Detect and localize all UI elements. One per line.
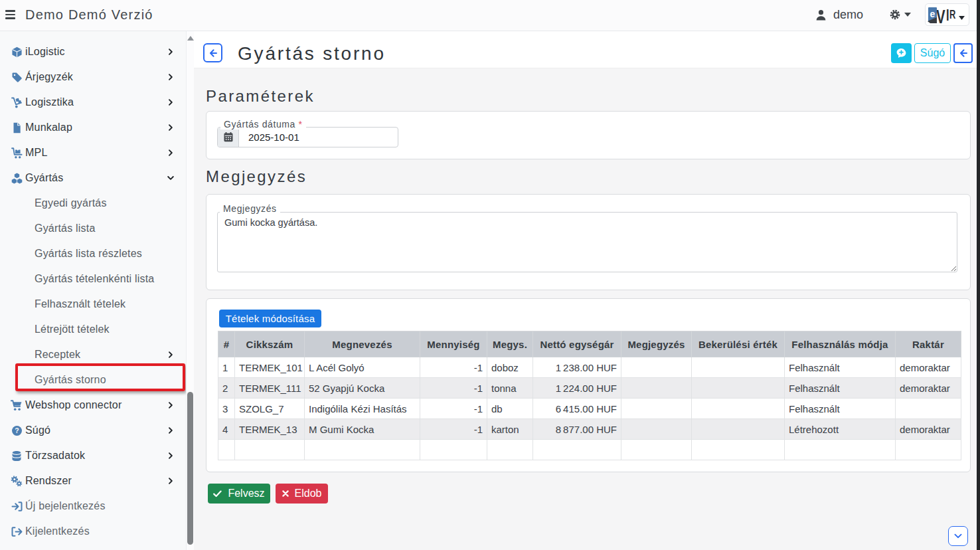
svg-text:?: ? [15, 426, 19, 434]
